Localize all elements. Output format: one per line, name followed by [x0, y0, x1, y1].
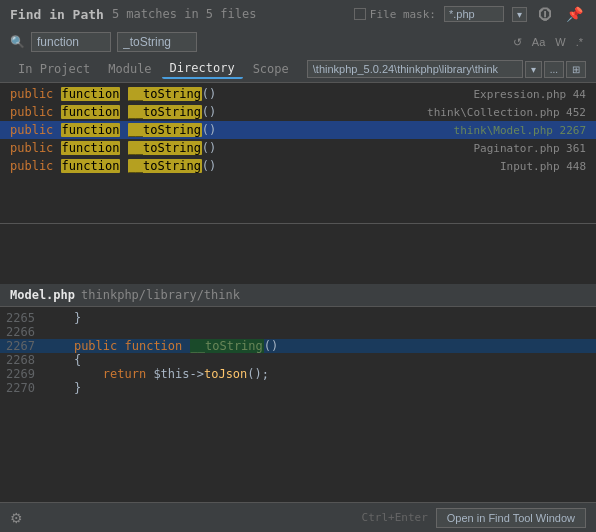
code-line: 2265 }	[0, 311, 596, 325]
result-row[interactable]: public function __toString() Paginator.p…	[0, 139, 596, 157]
method-name-hl: __toString	[128, 141, 202, 155]
line-number: 2266	[0, 325, 45, 339]
shortcut-label: Ctrl+Enter	[362, 511, 428, 524]
directory-more-btn[interactable]: ...	[544, 61, 564, 78]
keyword-public: public	[10, 123, 61, 137]
top-panel: Find in Path 5 matches in 5 files File m…	[0, 0, 596, 83]
result-code: public function __toString()	[10, 87, 473, 101]
view-options-btn[interactable]: ⊞	[566, 61, 586, 78]
panel-title: Find in Path	[10, 7, 104, 22]
keyword-public: public	[10, 159, 61, 173]
refresh-btn[interactable]: ↺	[510, 35, 525, 50]
keyword-public: public	[10, 141, 61, 155]
directory-dropdown-btn[interactable]: ▾	[525, 61, 542, 78]
line-content: return $this->toJson();	[45, 367, 269, 381]
line-number: 2267	[0, 339, 45, 353]
keyword-function-hl: function	[61, 105, 121, 119]
method-name-hl: __toString	[128, 159, 202, 173]
keyword-function-hl: function	[61, 123, 121, 137]
keyword-function-hl: function	[61, 141, 121, 155]
code-lines: 2265 } 2266 2267 public function __toStr…	[0, 307, 596, 399]
search-actions: ↺ Aa W .*	[510, 35, 586, 50]
line-content: }	[45, 381, 81, 395]
tab-directory[interactable]: Directory	[162, 59, 243, 79]
open-in-find-window-btn[interactable]: Open in Find Tool Window	[436, 508, 586, 528]
result-file: Expression.php 44	[473, 88, 586, 101]
open-btn-label: Open in Find Tool Window	[447, 512, 575, 524]
code-panel: Model.php thinkphp/library/think 2265 } …	[0, 284, 596, 399]
search-icon: 🔍	[10, 35, 25, 49]
pin-icon-btn[interactable]: 📌	[563, 6, 586, 22]
keyword-function-hl: function	[61, 87, 121, 101]
code-line-highlighted: 2267 public function __toString()	[0, 339, 596, 353]
file-mask-checkbox[interactable]	[354, 8, 366, 20]
line-content: {	[45, 353, 81, 367]
result-row[interactable]: public function __toString() Input.php 4…	[0, 157, 596, 175]
result-code: public function __toString()	[10, 141, 473, 155]
file-mask-dropdown[interactable]: ▾	[512, 7, 527, 22]
tab-scope[interactable]: Scope	[245, 60, 297, 78]
filter-icon-btn[interactable]: ⏼	[535, 6, 555, 22]
search-term1-input[interactable]	[31, 32, 111, 52]
code-line: 2266	[0, 325, 596, 339]
case-sensitive-btn[interactable]: Aa	[529, 35, 548, 49]
bottom-bar: ⚙ Ctrl+Enter Open in Find Tool Window	[0, 502, 596, 532]
line-content	[45, 325, 52, 339]
search-row: 🔍 ↺ Aa W .*	[0, 28, 596, 56]
line-number: 2265	[0, 311, 45, 325]
code-filepath: thinkphp/library/think	[81, 288, 240, 302]
result-file: Paginator.php 361	[473, 142, 586, 155]
line-content: }	[45, 311, 81, 325]
result-row[interactable]: public function __toString() think\Colle…	[0, 103, 596, 121]
whole-word-btn[interactable]: W	[552, 35, 568, 49]
line-number: 2269	[0, 367, 45, 381]
keyword-public: public	[10, 105, 61, 119]
tab-module[interactable]: Module	[100, 60, 159, 78]
file-mask-text: File mask:	[370, 8, 436, 21]
result-code: public function __toString()	[10, 105, 427, 119]
result-file: think\Collection.php 452	[427, 106, 586, 119]
scope-row: In Project Module Directory Scope ▾ ... …	[0, 56, 596, 82]
code-line: 2270 }	[0, 381, 596, 395]
tab-in-project[interactable]: In Project	[10, 60, 98, 78]
empty-space	[0, 224, 596, 284]
gear-icon-btn[interactable]: ⚙	[10, 510, 23, 526]
result-code: public function __toString()	[10, 123, 454, 137]
method-name-hl: __toString	[128, 87, 202, 101]
code-line: 2268 {	[0, 353, 596, 367]
file-mask-input[interactable]	[444, 6, 504, 22]
line-number: 2270	[0, 381, 45, 395]
result-file: Input.php 448	[500, 160, 586, 173]
result-row[interactable]: public function __toString() think\Model…	[0, 121, 596, 139]
regex-btn[interactable]: .*	[573, 35, 586, 49]
result-file: think\Model.php 2267	[454, 124, 586, 137]
code-filename: Model.php	[10, 288, 75, 302]
results-list: public function __toString() Expression.…	[0, 83, 596, 223]
search-term2-input[interactable]	[117, 32, 197, 52]
line-number: 2268	[0, 353, 45, 367]
keyword-public: public	[10, 87, 61, 101]
directory-input-wrap: ▾ ... ⊞	[307, 60, 586, 78]
code-header: Model.php thinkphp/library/think	[0, 284, 596, 307]
directory-input[interactable]	[307, 60, 523, 78]
file-mask-label: File mask:	[354, 8, 436, 21]
find-in-path-panel: Find in Path 5 matches in 5 files File m…	[0, 0, 596, 532]
code-line: 2269 return $this->toJson();	[0, 367, 596, 381]
method-name-hl: __toString	[128, 123, 202, 137]
title-bar: Find in Path 5 matches in 5 files File m…	[0, 0, 596, 28]
result-row[interactable]: public function __toString() Expression.…	[0, 85, 596, 103]
method-name-hl: __toString	[128, 105, 202, 119]
match-count: 5 matches in 5 files	[112, 7, 257, 21]
line-content: public function __toString()	[45, 339, 278, 353]
result-code: public function __toString()	[10, 159, 500, 173]
keyword-function-hl: function	[61, 159, 121, 173]
